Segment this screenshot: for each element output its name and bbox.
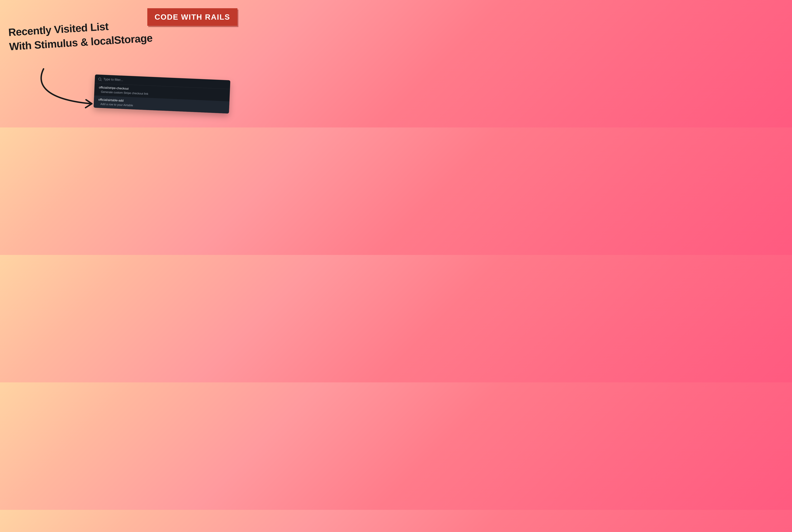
curved-arrow-icon xyxy=(34,67,100,112)
arrow-annotation xyxy=(34,67,100,112)
brand-badge-label: CODE WITH RAILS xyxy=(155,13,230,21)
brand-badge: CODE WITH RAILS xyxy=(147,8,238,26)
page-title: Recently Visited List With Stimulus & lo… xyxy=(8,17,153,54)
command-palette: Type to filter... official/stripe-checko… xyxy=(94,74,230,114)
search-input[interactable]: Type to filter... xyxy=(103,77,123,82)
search-icon xyxy=(98,77,101,80)
